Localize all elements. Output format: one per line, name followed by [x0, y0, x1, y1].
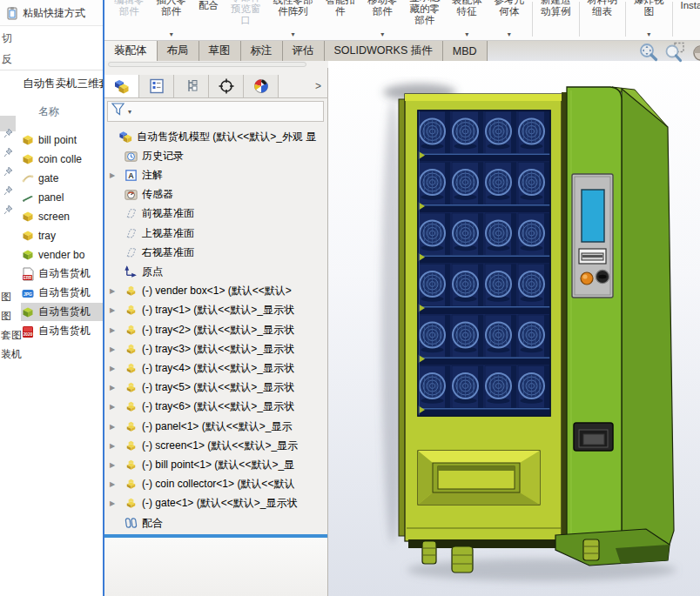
tab-markup[interactable]: 标注: [241, 41, 283, 61]
ribbon-button-insert-component[interactable]: 插入零部件▾: [151, 0, 193, 41]
ribbon-button-label: Insta: [681, 0, 700, 11]
expander-icon[interactable]: ▶: [106, 403, 118, 411]
tree-filter-box[interactable]: ▾: [107, 101, 324, 122]
tree-item-root[interactable]: 自动售货机模型 (默认<<默认>_外观 显: [104, 127, 327, 146]
ribbon-button-mate[interactable]: 配合: [192, 0, 225, 41]
tree-item-coin-collector-1[interactable]: ▶(-) coin collector<1> (默认<<默认: [104, 475, 327, 494]
nav-item-clipped[interactable]: 图: [1, 290, 11, 305]
file-row-screen[interactable]: screen: [21, 207, 103, 225]
tree-item-tray-4[interactable]: ▶(-) tray<4> (默认<<默认>_显示状: [104, 358, 327, 378]
ribbon-button-smart-fasteners[interactable]: 智能扣件: [320, 0, 362, 41]
expander-icon[interactable]: ▶: [106, 461, 118, 469]
pin-icon[interactable]: [3, 127, 15, 139]
tree-item-tray-5[interactable]: ▶(-) tray<5> (默认<<默认>_显示状: [104, 378, 327, 398]
dropdown-arrow-icon[interactable]: ▾: [170, 30, 173, 38]
tree-item-screen-1[interactable]: ▶(-) screen<1> (默认<<默认>_显示: [104, 436, 327, 455]
tree-item-front-plane[interactable]: 前视基准面: [104, 204, 327, 224]
dropdown-arrow-icon[interactable]: ▾: [380, 30, 384, 38]
tree-item-history[interactable]: 历史记录: [104, 146, 327, 165]
tree-item-bill-point-1[interactable]: ▶(-) bill point<1> (默认<<默认>_显: [104, 455, 327, 474]
tree-item-tray-3[interactable]: ▶(-) tray<3> (默认<<默认>_显示状: [104, 339, 327, 358]
expander-icon[interactable]: ▶: [106, 326, 118, 334]
ribbon-button-linear-component-pattern[interactable]: 线性零部件阵列▾: [267, 0, 320, 41]
file-row-vending-asm[interactable]: 自动售货机: [21, 303, 103, 321]
dropdown-arrow-icon[interactable]: ▾: [508, 30, 511, 38]
tree-item-mates[interactable]: 配合: [104, 513, 327, 532]
ribbon-button-component-preview-window: 零部件预览窗口: [225, 0, 267, 41]
tree-item-vender-box-1[interactable]: ▶(-) vender box<1> (默认<<默认>: [104, 282, 327, 301]
name-column-header[interactable]: 名称: [38, 104, 59, 119]
file-row-coin-collector[interactable]: coin colle: [21, 150, 103, 168]
ribbon-button-reference-geometry[interactable]: 参考几何体▾: [488, 0, 531, 41]
zoom-to-area-icon[interactable]: [663, 42, 686, 64]
fm-tab-dimxpertmanager[interactable]: [209, 75, 244, 97]
tree-item-gate-1[interactable]: ▶(-) gate<1> (默认<<默认>_显示状: [104, 494, 327, 513]
section-view-icon[interactable]: [690, 42, 700, 64]
tree-item-panel-1[interactable]: ▶(-) panel<1> (默认<<默认>_显示: [104, 417, 327, 436]
file-explorer-pane: 粘贴快捷方式 切 反 自动售卖机三维套图 名称 图图套图装机 bill poin…: [0, 0, 103, 596]
fm-tab-featuremanager-tree[interactable]: [104, 75, 139, 97]
fm-tabs-overflow-arrow[interactable]: >: [279, 75, 328, 97]
fm-tab-displaymanager[interactable]: [244, 75, 279, 97]
pin-icon[interactable]: [3, 184, 15, 197]
ribbon-button-assembly-features[interactable]: 装配体特征▾: [446, 0, 488, 41]
tree-item-right-plane[interactable]: 右视基准面: [104, 243, 327, 262]
tab-assembly[interactable]: 装配体: [104, 41, 158, 61]
expander-icon[interactable]: ▶: [106, 306, 118, 314]
tree-item-tray-6[interactable]: ▶(-) tray<6> (默认<<默认>_显示状: [104, 398, 327, 417]
nav-item-clipped[interactable]: 套图: [1, 328, 22, 343]
tab-layout[interactable]: 布局: [158, 41, 199, 61]
dropdown-arrow-icon[interactable]: ▾: [465, 30, 468, 38]
filter-dropdown-arrow[interactable]: ▾: [128, 108, 131, 116]
zoom-to-fit-icon[interactable]: [637, 42, 660, 64]
expander-icon[interactable]: ▶: [106, 171, 118, 179]
graphics-viewport[interactable]: [328, 61, 700, 596]
file-row-gate[interactable]: gate: [21, 169, 103, 187]
tree-item-top-plane[interactable]: 上视基准面: [104, 224, 327, 243]
fm-tab-propertymanager[interactable]: [139, 75, 174, 97]
tree-item-sensors[interactable]: 传感器: [104, 185, 327, 204]
ribbon-button-instant3d[interactable]: Insta: [675, 0, 700, 41]
expander-icon[interactable]: ▶: [106, 287, 118, 295]
file-row-tray[interactable]: tray: [21, 226, 103, 244]
ribbon-button-new-motion-study[interactable]: 新建运动算例: [535, 0, 577, 41]
tree-item-annotations[interactable]: ▶A注解: [104, 165, 327, 184]
tree-item-tray-2[interactable]: ▶(-) tray<2> (默认<<默认>_显示状: [104, 320, 327, 339]
expander-icon[interactable]: ▶: [106, 365, 118, 372]
tree-item-origin[interactable]: 原点: [104, 262, 327, 281]
tab-solidworks-addins[interactable]: SOLIDWORKS 插件: [325, 41, 443, 61]
vending-machine-model[interactable]: [328, 61, 700, 596]
tab-mbd[interactable]: MBD: [443, 41, 488, 61]
nav-item-clipped[interactable]: 图: [1, 309, 11, 324]
fm-tab-configurationmanager[interactable]: [174, 75, 209, 97]
ribbon-button-label: 件: [335, 6, 346, 17]
file-row-vending-err[interactable]: ERR自动售货机: [21, 265, 103, 283]
pin-icon[interactable]: [3, 204, 15, 216]
ribbon-button-move-component[interactable]: 移动零部件▾: [361, 0, 404, 41]
ribbon-button-show-hidden-components[interactable]: 显示隐藏的零部件: [404, 0, 447, 41]
expander-icon[interactable]: ▶: [106, 423, 118, 431]
dropdown-arrow-icon[interactable]: ▾: [291, 30, 294, 38]
file-row-vending-jpg[interactable]: JPG自动售货机: [21, 284, 103, 302]
ribbon-button-bill-of-materials[interactable]: 材料明细表: [582, 0, 624, 41]
tree-item-tray-1[interactable]: ▶(-) tray<1> (默认<<默认>_显示状: [104, 301, 327, 320]
tab-sketch[interactable]: 草图: [199, 41, 241, 61]
expander-icon[interactable]: ▶: [106, 442, 118, 450]
ribbon-button-exploded-view[interactable]: 爆炸视图▾: [628, 0, 670, 41]
expander-icon[interactable]: ▶: [106, 499, 118, 507]
paste-shortcut-button[interactable]: 粘贴快捷方式: [5, 3, 85, 23]
file-row-bill-point[interactable]: bill point: [21, 131, 103, 149]
expander-icon[interactable]: ▶: [106, 480, 118, 488]
file-row-vending-2020[interactable]: 2020自动售货机: [21, 322, 103, 340]
tab-evaluate[interactable]: 评估: [283, 41, 325, 61]
file-row-vender-box[interactable]: vender bo: [21, 245, 103, 264]
pin-icon[interactable]: [3, 146, 15, 158]
pin-icon[interactable]: [3, 165, 15, 177]
file-row-panel[interactable]: panel: [21, 188, 103, 206]
expander-icon[interactable]: ▶: [106, 345, 118, 353]
nav-item-clipped[interactable]: 装机: [1, 347, 22, 362]
propertymanager-icon: [146, 77, 167, 95]
dropdown-arrow-icon[interactable]: ▾: [647, 30, 650, 38]
expander-icon[interactable]: ▶: [106, 384, 118, 392]
file-name: tray: [38, 230, 56, 242]
